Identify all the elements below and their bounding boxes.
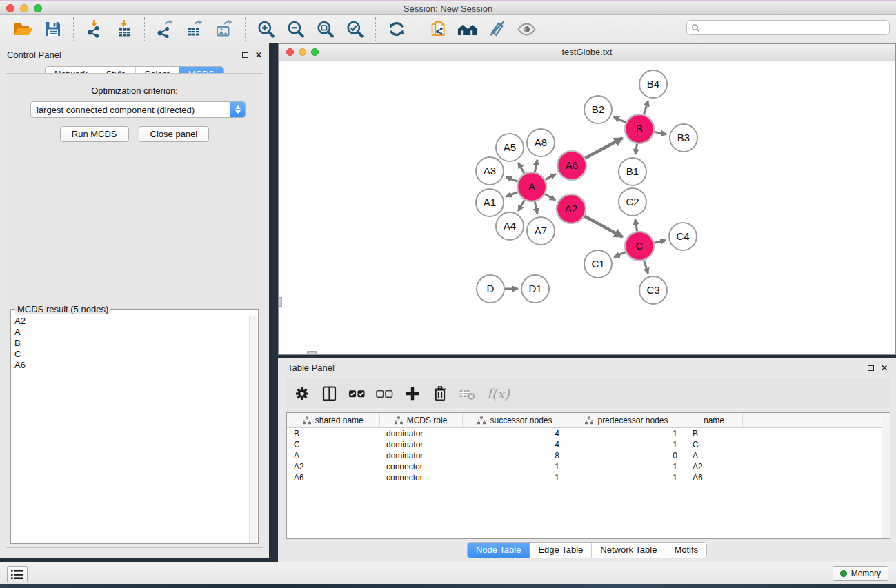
new-network-from-selection-icon[interactable] [423,17,452,41]
node-B1[interactable]: B1 [619,158,646,185]
export-table-icon[interactable] [180,17,210,41]
export-image-icon[interactable] [210,17,239,41]
edge-A-A8[interactable] [535,160,537,172]
criterion-dropdown[interactable]: largest connected component (directed) [30,101,246,118]
zoom-fit-icon[interactable] [310,17,340,41]
mcds-result-scrollbar[interactable] [249,316,257,543]
edge-B-B1[interactable] [635,144,637,154]
function-builder-icon[interactable]: f(x) [487,386,510,401]
node-B[interactable]: B [625,114,654,143]
export-network-icon[interactable] [150,17,180,41]
edge-A6-B[interactable] [585,138,622,158]
close-panel-icon[interactable]: ✕ [255,52,262,59]
dropdown-spinner-icon[interactable] [230,102,245,117]
show-eye-icon[interactable] [512,17,541,41]
node-B2[interactable]: B2 [584,96,612,123]
float-panel-icon[interactable] [242,52,248,58]
table-header-row[interactable]: shared nameMCDS rolesuccessor nodesprede… [287,413,890,428]
table-row[interactable]: A2connector11A2 [287,461,890,472]
float-table-panel-icon[interactable] [868,365,874,371]
node-D[interactable]: D [477,275,504,303]
columns-icon[interactable] [320,385,339,403]
close-table-panel-icon[interactable]: ✕ [881,365,888,372]
column-header-MCDS-role[interactable]: MCDS role [379,413,462,428]
node-A4[interactable]: A4 [496,212,524,240]
node-A8[interactable]: A8 [527,129,555,156]
node-A3[interactable]: A3 [476,157,504,185]
memory-button[interactable]: Memory [833,566,888,581]
edge-C-C3[interactable] [644,261,648,274]
node-C1[interactable]: C1 [584,250,612,278]
zoom-out-icon[interactable] [281,17,310,41]
add-row-icon[interactable] [403,385,421,403]
node-A1[interactable]: A1 [476,189,504,216]
node-B4[interactable]: B4 [639,70,667,98]
import-network-icon[interactable] [79,17,109,41]
table-row[interactable]: Bdominator41B [287,428,890,440]
edge-A-A3[interactable] [506,177,518,181]
canvas-vertical-scroll-thumb[interactable] [279,297,282,307]
mcds-result-item[interactable]: A2 [12,316,250,327]
search-field[interactable] [686,20,890,35]
run-mcds-button[interactable]: Run MCDS [60,126,129,142]
canvas-horizontal-scroll-thumb[interactable] [307,351,317,354]
mcds-result-item[interactable]: A6 [12,360,250,371]
column-header-name[interactable]: name [686,413,742,428]
node-C[interactable]: C [625,232,654,261]
node-D1[interactable]: D1 [521,275,549,303]
node-B3[interactable]: B3 [670,124,697,152]
tab-node-table[interactable]: Node Table [468,543,530,558]
edge-B-B4[interactable] [644,101,648,114]
save-session-icon[interactable] [38,17,68,41]
zoom-selected-icon[interactable] [340,17,370,41]
edge-A-A6[interactable] [545,174,555,179]
tab-edge-table[interactable]: Edge Table [529,543,591,558]
network-window-titlebar[interactable]: testGlobe.txt [279,44,895,61]
edge-C-C1[interactable] [614,252,626,257]
delete-table-icon[interactable] [458,385,477,403]
table-row[interactable]: Cdominator41C [287,439,890,450]
edge-C-C4[interactable] [654,240,666,243]
settings-gear-icon[interactable] [292,385,311,403]
task-history-button[interactable] [7,566,28,582]
mcds-result-item[interactable]: A [12,327,250,338]
node-A2[interactable]: A2 [557,194,586,223]
table-scrollbar[interactable] [882,413,890,538]
edge-A-A7[interactable] [535,202,537,214]
zoom-in-icon[interactable] [251,17,281,41]
node-C3[interactable]: C3 [639,276,667,304]
edge-A-A2[interactable] [545,194,555,200]
node-C4[interactable]: C4 [669,223,697,250]
node-A7[interactable]: A7 [527,217,555,245]
edge-A-A1[interactable] [506,192,518,196]
hide-graphics-details-icon[interactable] [482,17,512,41]
mcds-result-item[interactable]: C [12,349,250,360]
table-row[interactable]: A6connector11A6 [287,472,890,483]
edge-B-B3[interactable] [655,132,667,134]
edge-A2-C[interactable] [584,216,622,237]
column-header-shared-name[interactable]: shared name [287,413,379,428]
tab-network-table[interactable]: Network Table [591,543,665,558]
node-A5[interactable]: A5 [496,134,524,161]
mcds-result-list[interactable]: A2ABCA6 [12,316,250,543]
node-C2[interactable]: C2 [619,188,646,216]
import-table-icon[interactable] [109,17,139,41]
table-row[interactable]: Adominator80A [287,450,890,461]
delete-row-icon[interactable] [430,385,449,403]
edge-B-B2[interactable] [614,117,626,123]
tab-motifs[interactable]: Motifs [665,543,706,558]
edge-C-C2[interactable] [635,219,637,231]
close-panel-button[interactable]: Close panel [139,126,210,142]
network-canvas[interactable]: B4B2BB3A5A8A6A3B1AA1C2A2A4A7C4CC1C3DD1 [279,61,895,354]
select-all-checks-icon[interactable] [348,385,366,403]
refresh-layout-icon[interactable] [381,17,411,41]
edge-A-A5[interactable] [518,163,524,174]
column-header-predecessor-nodes[interactable]: predecessor nodes [568,413,686,428]
column-header-successor-nodes[interactable]: successor nodes [462,413,568,428]
deselect-all-checks-icon[interactable] [375,385,394,403]
node-A6[interactable]: A6 [557,151,586,180]
open-session-icon[interactable] [8,17,38,41]
search-input[interactable] [700,22,889,33]
mcds-result-item[interactable]: B [12,338,250,349]
node-A[interactable]: A [517,172,546,201]
